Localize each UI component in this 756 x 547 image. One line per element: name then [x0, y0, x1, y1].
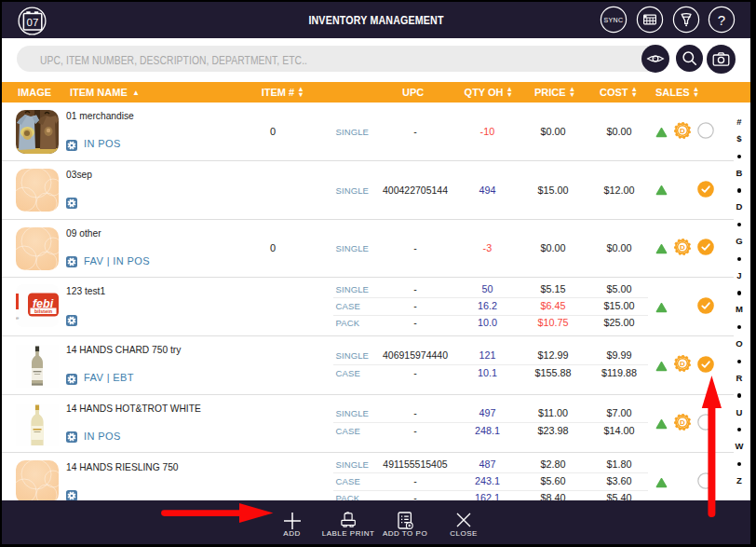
svg-text:D: D	[680, 243, 685, 252]
svg-text:D: D	[680, 418, 685, 427]
svg-text:D: D	[680, 360, 685, 368]
svg-text:D: D	[680, 126, 685, 134]
svg-text:bilstein: bilstein	[34, 308, 52, 314]
